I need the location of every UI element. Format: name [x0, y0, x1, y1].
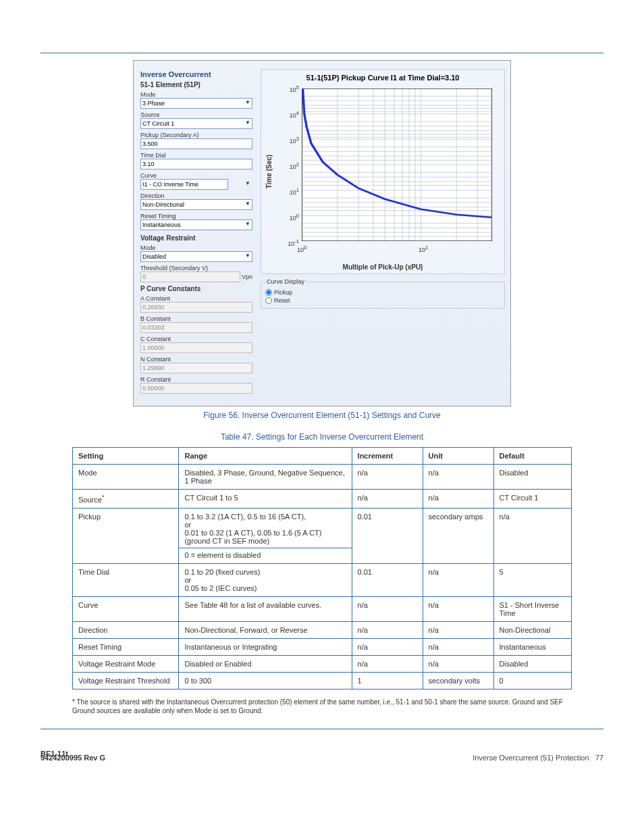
vr-threshold-label: Threshold (Secondary V): [140, 265, 252, 271]
c-const-label: C Constant: [140, 336, 252, 342]
r-const-label: R Constant: [140, 376, 252, 383]
ytick-4: 104: [284, 110, 299, 119]
xtick-1: 101: [419, 244, 428, 253]
pickup-input[interactable]: [140, 138, 252, 149]
table-header-row: Setting Range Increment Unit Default: [73, 448, 572, 465]
b-const-input: [140, 322, 252, 333]
th-unit: Unit: [423, 448, 493, 465]
mode-label: Mode: [140, 91, 252, 98]
table-row: DirectionNon-Directional, Forward, or Re…: [73, 621, 572, 638]
reset-timing-select[interactable]: [140, 219, 252, 230]
vr-mode-select[interactable]: [140, 251, 252, 262]
top-horizontal-rule: [41, 53, 603, 53]
figure-caption: Figure 56. Inverse Overcurrent Element (…: [41, 411, 603, 420]
a-const-label: A Constant: [140, 295, 252, 302]
source-label: Source: [140, 111, 252, 118]
table-row: Source*CT Circuit 1 to 5n/an/aCT Circuit…: [73, 490, 572, 509]
ytick-2: 102: [284, 161, 299, 170]
curve-label: Curve: [140, 172, 252, 179]
th-setting: Setting: [73, 448, 179, 465]
vr-threshold-input: [140, 271, 240, 282]
table-row: Reset TimingInstantaneous or Integrating…: [73, 638, 572, 655]
table-row: Pickup0.1 to 3.2 (1A CT), 0.5 to 16 (5A …: [73, 508, 572, 563]
ytick-3: 103: [284, 136, 299, 145]
table-caption: Table 47. Settings for Each Inverse Over…: [41, 432, 603, 442]
table-row: Time Dial0.1 to 20 (fixed curves)or0.05 …: [73, 563, 572, 596]
time-dial-input[interactable]: [140, 159, 252, 170]
footer-page: 77: [595, 754, 603, 762]
curve-display-group: Curve Display Pickup Reset: [261, 278, 505, 309]
vr-threshold-unit: Vpn: [242, 273, 252, 280]
r-const-input: [140, 383, 252, 394]
chart-title: 51-1(51P) Pickup Curve I1 at Time Dial=3…: [261, 74, 504, 82]
y-axis-label: Time (Sec): [265, 155, 273, 188]
table-footnote: * The source is shared with the Instanta…: [72, 698, 572, 715]
th-default: Default: [493, 448, 571, 465]
curve-select[interactable]: [140, 179, 228, 190]
pickup-radio[interactable]: [265, 289, 272, 296]
table-row: CurveSee Table 48 for a list of availabl…: [73, 596, 572, 621]
vr-mode-label: Mode: [140, 244, 252, 251]
panel-heading: Inverse Overcurrent: [140, 70, 252, 78]
n-const-input: [140, 363, 252, 373]
x-axis-label: Multiple of Pick-Up (xPU): [261, 263, 504, 271]
reset-radio-row[interactable]: Reset: [265, 297, 500, 304]
settings-table: Setting Range Increment Unit Default Mod…: [72, 447, 572, 689]
reset-radio[interactable]: [265, 297, 272, 304]
direction-select[interactable]: [140, 199, 252, 210]
th-range: Range: [179, 448, 352, 465]
settings-panel: Inverse Overcurrent 51-1 Element (51P) M…: [139, 66, 254, 400]
pickup-radio-row[interactable]: Pickup: [265, 289, 500, 296]
curve-display-legend: Curve Display: [265, 278, 306, 285]
table-row: Voltage Restraint ModeDisabled or Enable…: [73, 655, 572, 672]
mode-select[interactable]: [140, 98, 252, 109]
ytick-5: 105: [284, 84, 299, 93]
xtick-0: 100: [297, 244, 306, 253]
chart-panel: 51-1(51P) Pickup Curve I1 at Time Dial=3…: [261, 66, 505, 400]
p-constants-heading: P Curve Constants: [140, 285, 252, 292]
n-const-label: N Constant: [140, 356, 252, 363]
b-const-label: B Constant: [140, 315, 252, 322]
time-dial-label: Time Dial: [140, 152, 252, 159]
settings-screenshot: Inverse Overcurrent 51-1 Element (51P) M…: [133, 60, 511, 407]
ytick-1: 101: [284, 187, 299, 196]
table-row: ModeDisabled, 3 Phase, Ground, Negative …: [73, 465, 572, 490]
source-select[interactable]: [140, 118, 252, 129]
ytick-0: 100: [284, 213, 299, 221]
a-const-input: [140, 302, 252, 313]
pickup-label: Pickup (Secondary A): [140, 132, 252, 138]
c-const-input: [140, 342, 252, 353]
direction-label: Direction: [140, 192, 252, 199]
footer-title: Inverse Overcurrent (51) Protection: [473, 754, 589, 762]
element-51-1: 51-1 Element (51P): [140, 81, 252, 88]
th-increment: Increment: [352, 448, 423, 465]
bottom-horizontal-rule: [41, 729, 603, 729]
reset-timing-label: Reset Timing: [140, 213, 252, 219]
voltage-restraint-heading: Voltage Restraint: [140, 234, 252, 242]
pickup-curve-chart: 51-1(51P) Pickup Curve I1 at Time Dial=3…: [261, 69, 505, 274]
table-row: Voltage Restraint Threshold0 to 3001seco…: [73, 672, 572, 689]
plot-area: [302, 88, 492, 241]
